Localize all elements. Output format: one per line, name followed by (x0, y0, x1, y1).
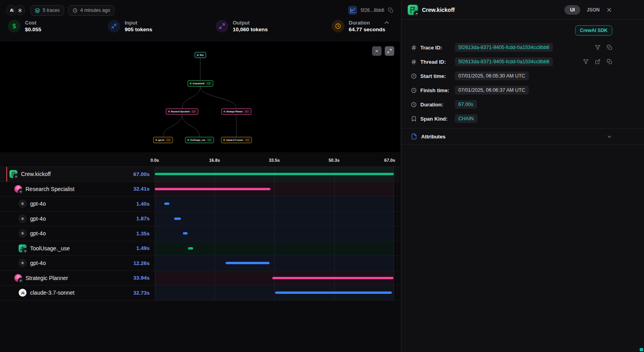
span-label-cell: gpt-4o1.87s (0, 215, 155, 223)
graph-node[interactable]: claude-3.7-sonnet (221, 137, 252, 143)
openai-icon[interactable] (15, 5, 25, 15)
span-bar[interactable] (188, 247, 193, 250)
node-label: Strategic Planner (226, 111, 243, 113)
timeline-row[interactable]: gpt-4o1.40s (0, 197, 400, 212)
span-label: claude-3.7-sonnet (30, 290, 130, 296)
span-bar[interactable] (155, 173, 394, 175)
axis-tick: 33.5s (269, 158, 280, 163)
graph-node[interactable]: Strategic Planner (221, 108, 251, 115)
attributes-section[interactable]: Attributes (401, 128, 644, 145)
span-duration: 32.73s (133, 290, 150, 296)
span-label: gpt-4o (30, 201, 133, 207)
span-duration: 1.40s (136, 201, 150, 207)
field-value: 07/01/2025, 06:05:30 AM UTC (455, 72, 529, 80)
timeline-row[interactable]: Research Specialist32.41s (0, 182, 400, 197)
timeline-row-track (155, 226, 394, 241)
stat-value: 905 tokens (125, 26, 152, 32)
span-label-cell: ToolUsage._use1.49s (0, 244, 155, 252)
timeline-row[interactable]: ToolUsage._use1.49s (0, 241, 400, 256)
sdk-badge[interactable]: CrewAI SDK (575, 25, 612, 36)
field-value: 5f2613da-8371-9405-fcdd-0a1534cc8bb6 (455, 57, 553, 66)
span-label-cell: Strategic Planner33.94s (0, 274, 155, 282)
copy-icon[interactable] (388, 8, 393, 13)
span-duration: 33.94s (133, 275, 150, 281)
span-label-cell: Research Specialist32.41s (0, 185, 155, 193)
span-bar[interactable] (226, 262, 270, 264)
timeline: 0.0s16.8s33.5s50.3s67.0s Crew.kickoff67.… (0, 155, 400, 301)
span-bar[interactable] (183, 232, 188, 235)
filter-icon[interactable] (595, 45, 600, 50)
timeline-row[interactable]: gpt-4o1.87s (0, 212, 400, 227)
expand-graph-button[interactable] (385, 46, 394, 56)
time-badge: 4 minutes ago (68, 5, 114, 16)
field-value: 5f2613da-8371-9405-fcdd-0a1534cc8bb6 (455, 43, 553, 52)
field-label: Thread ID: (420, 59, 451, 65)
traces-badge[interactable]: 5 traces (30, 5, 64, 16)
time-badge-label: 4 minutes ago (80, 8, 110, 13)
timeline-row-track (155, 286, 394, 300)
openai-icon (19, 229, 27, 237)
graph-node[interactable]: ToolUsage._use (185, 137, 214, 143)
span-label: gpt-4o (30, 260, 130, 266)
hash-icon (411, 45, 417, 51)
span-bar[interactable] (155, 188, 270, 190)
stat-input: Input905 tokens (108, 20, 152, 32)
span-label: gpt-4o (30, 216, 133, 222)
graph-controls (372, 46, 394, 56)
graph-node[interactable]: gpt-4o (153, 137, 173, 143)
external-link-icon[interactable] (595, 59, 600, 64)
copy-icon[interactable] (607, 45, 612, 50)
span-bar[interactable] (174, 218, 181, 220)
chevron-down-icon[interactable] (606, 134, 612, 140)
span-label: Research Specialist (26, 186, 130, 192)
timeline-row[interactable]: Crew.kickoff67.00s (0, 167, 400, 182)
detail-field: Start time:07/01/2025, 06:05:30 AM UTC (411, 69, 612, 83)
field-label: Start time: (420, 73, 451, 79)
timeline-row[interactable]: A\claude-3.7-sonnet32.73s (0, 286, 400, 301)
provider-icons: A\ (6, 5, 25, 15)
stat-label: Output (233, 20, 268, 26)
span-label-cell: Crew.kickoff67.00s (0, 170, 155, 178)
field-value: 67.00s (455, 100, 477, 109)
timeline-row[interactable]: Strategic Planner33.94s (0, 271, 400, 286)
stat-label: Duration (349, 20, 385, 26)
panel-fields: Trace ID:5f2613da-8371-9405-fcdd-0a1534c… (411, 40, 612, 126)
span-bar[interactable] (275, 291, 392, 294)
chart-icon-button[interactable] (348, 6, 357, 15)
openai-icon (19, 200, 27, 208)
clock-icon (411, 102, 417, 108)
axis-tick: 67.0s (384, 158, 395, 163)
timeline-row[interactable]: gpt-4o12.26s (0, 256, 400, 271)
span-label-cell: A\claude-3.7-sonnet32.73s (0, 289, 155, 297)
close-graph-button[interactable] (372, 46, 382, 56)
detail-field: Finish time:07/01/2025, 06:06:37 AM UTC (411, 83, 612, 97)
tab-json[interactable]: JSON (587, 7, 600, 13)
graph-node[interactable]: Run (195, 52, 206, 58)
node-icon (156, 139, 157, 141)
copy-icon[interactable] (607, 59, 612, 64)
graph-node[interactable]: Research Specialist (166, 108, 198, 115)
filter-icon[interactable] (583, 59, 589, 64)
node-label: Research Specialist (171, 111, 190, 113)
axis-tick: 0.0s (150, 158, 159, 163)
tab-ui[interactable]: UI (564, 5, 580, 15)
clock-icon (72, 8, 78, 13)
graph-node[interactable]: Crew.kickoff (188, 80, 213, 87)
span-bar[interactable] (164, 202, 169, 205)
span-label-cell: gpt-4o12.26s (0, 259, 155, 267)
timeline-row[interactable]: gpt-4o1.35s (0, 226, 400, 241)
arrows-in-icon (108, 20, 120, 32)
tool-icon (19, 244, 27, 252)
node-status-chip (245, 110, 249, 113)
trace-header: A\ 5 traces 4 minutes ago 5f26...8bb6 (0, 0, 400, 19)
dollar-icon (8, 20, 21, 32)
close-panel-icon[interactable] (606, 7, 612, 13)
graph-edges (0, 42, 400, 152)
span-bar[interactable] (272, 277, 393, 279)
corner-accent (640, 348, 643, 351)
field-value: 07/01/2025, 06:06:37 AM UTC (455, 86, 529, 95)
detail-field: Thread ID:5f2613da-8371-9405-fcdd-0a1534… (411, 55, 612, 69)
stat-label: Input (125, 20, 152, 26)
clock-icon (411, 73, 417, 79)
field-label: Span Kind: (420, 116, 451, 122)
